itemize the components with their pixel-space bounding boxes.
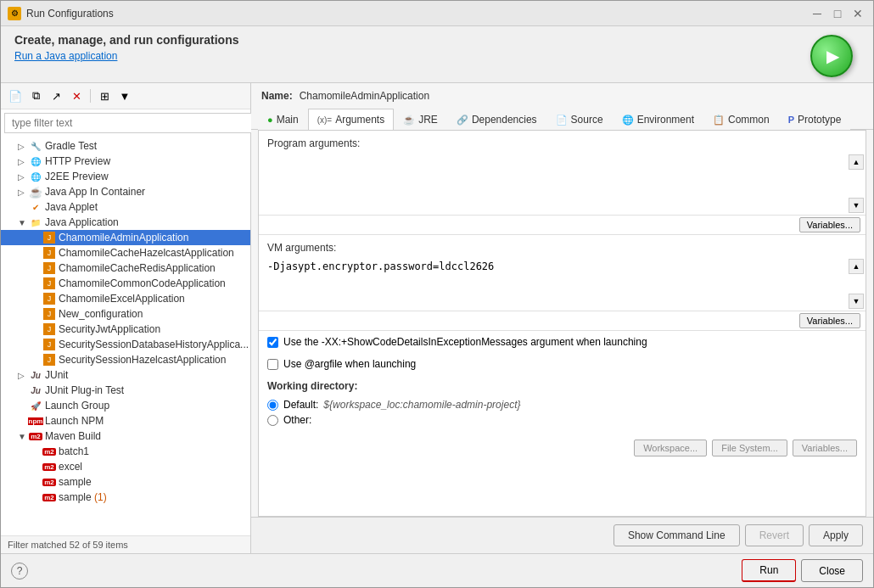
run-button[interactable]: Run xyxy=(742,559,796,582)
vm-args-scroll-down[interactable]: ▼ xyxy=(849,294,864,309)
default-radio-row: Default: ${workspace_loc:chamomile-admin… xyxy=(267,397,857,412)
tree-item-chamomile-common[interactable]: J ChamomileCommonCodeApplication xyxy=(1,276,250,291)
header-link[interactable]: Run a Java application xyxy=(14,50,117,62)
show-command-line-button[interactable]: Show Command Line xyxy=(613,524,740,546)
other-radio-row: Other: xyxy=(267,412,857,428)
variables-button-ws[interactable]: Variables... xyxy=(793,440,857,456)
security-session-db-icon: J xyxy=(43,339,55,350)
prog-args-scroll-down[interactable]: ▼ xyxy=(849,198,864,213)
tree-item-sample[interactable]: m2 sample xyxy=(1,474,250,490)
tab-dependencies[interactable]: 🔗 Dependencies xyxy=(447,109,546,130)
tab-jre[interactable]: ☕ JRE xyxy=(394,109,447,130)
tab-common[interactable]: 📋 Common xyxy=(703,109,779,130)
tree-item-launch-npm[interactable]: npm Launch NPM xyxy=(1,413,250,428)
tree-item-security-session-hz[interactable]: J SecuritySessionHazelcastApplication xyxy=(1,352,250,367)
vm-args-variables-button[interactable]: Variables... xyxy=(799,313,860,328)
tree-item-launch-group[interactable]: 🚀 Launch Group xyxy=(1,398,250,413)
settings-button[interactable]: ▼ xyxy=(115,87,134,105)
left-toolbar: 📄 ⧉ ↗ ✕ ⊞ ▼ xyxy=(1,83,250,109)
tree-item-gradle[interactable]: ▷ 🔧 Gradle Test xyxy=(1,138,250,154)
launch-group-icon: 🚀 xyxy=(30,400,42,412)
tree-item-new-config[interactable]: J New_configuration xyxy=(1,306,250,322)
java-app-group-icon: 📁 xyxy=(30,216,42,228)
name-row: Name: ChamomileAdminApplication xyxy=(251,83,873,109)
tab-environment[interactable]: 🌐 Environment xyxy=(613,109,703,130)
sample1-icon: m2 xyxy=(43,491,55,503)
argfile-checkbox[interactable] xyxy=(267,359,278,370)
tree-item-maven-group[interactable]: ▼ m2 Maven Build xyxy=(1,428,250,444)
main-content: 📄 ⧉ ↗ ✕ ⊞ ▼ ▷ 🔧 Gradle Test ▷ 🌐 xyxy=(1,82,873,553)
filter-button[interactable]: ⊞ xyxy=(95,87,114,105)
minimize-button[interactable]: ─ xyxy=(809,5,826,22)
help-button[interactable]: ? xyxy=(11,563,28,580)
tree-item-http[interactable]: ▷ 🌐 HTTP Preview xyxy=(1,154,250,169)
tree-item-chamomile-excel[interactable]: J ChamomileExcelApplication xyxy=(1,291,250,306)
tab-prototype[interactable]: P Prototype xyxy=(779,109,851,130)
tree-item-j2ee[interactable]: ▷ 🌐 J2EE Preview xyxy=(1,169,250,184)
working-dir-section: Working directory: Default: ${workspace_… xyxy=(259,375,866,433)
tree-item-excel[interactable]: m2 excel xyxy=(1,459,250,474)
duplicate-button[interactable]: ⧉ xyxy=(26,87,45,105)
argfile-row: Use @argfile when launching xyxy=(259,353,866,375)
common-tab-icon: 📋 xyxy=(713,115,725,126)
tab-arguments[interactable]: (x)= Arguments xyxy=(308,109,395,130)
right-panel: Name: ChamomileAdminApplication ● Main (… xyxy=(251,83,873,553)
jre-tab-label: JRE xyxy=(418,114,438,126)
tree-item-chamomile-redis[interactable]: J ChamomileCacheRedisApplication xyxy=(1,260,250,276)
maximize-button[interactable]: □ xyxy=(829,5,846,22)
revert-button[interactable]: Revert xyxy=(745,524,804,546)
tree-item-chamomile-hazel[interactable]: J ChamomileCacheHazelcastApplication xyxy=(1,245,250,260)
tree-item-batch1[interactable]: m2 batch1 xyxy=(1,444,250,459)
tree-item-junit-group[interactable]: ▷ Ju JUnit xyxy=(1,367,250,383)
working-dir-label: Working directory: xyxy=(267,380,857,392)
run-circle-button[interactable] xyxy=(810,35,853,77)
filter-status: Filter matched 52 of 59 items xyxy=(1,535,250,553)
run-configurations-window: ⚙ Run Configurations ─ □ ✕ Create, manag… xyxy=(0,0,874,588)
close-button-footer[interactable]: Close xyxy=(801,559,863,582)
tab-source[interactable]: 📄 Source xyxy=(546,109,613,130)
other-radio[interactable] xyxy=(267,415,278,426)
npm-icon: npm xyxy=(30,415,42,427)
tree-item-java-application-group[interactable]: ▼ 📁 Java Application xyxy=(1,215,250,230)
title-bar: ⚙ Run Configurations ─ □ ✕ xyxy=(1,1,873,26)
export-button[interactable]: ↗ xyxy=(47,87,65,105)
delete-button[interactable]: ✕ xyxy=(67,87,86,105)
default-radio[interactable] xyxy=(267,400,278,411)
tree-item-sample1[interactable]: m2 sample (1) xyxy=(1,490,250,505)
chamomile-hazel-icon: J xyxy=(43,247,55,259)
workspace-buttons: Workspace... File System... Variables... xyxy=(259,433,866,463)
tab-main[interactable]: ● Main xyxy=(258,109,308,130)
tree-item-junit-plugin[interactable]: Ju JUnit Plug-in Test xyxy=(1,383,250,398)
deps-tab-label: Dependencies xyxy=(472,114,537,126)
tree-item-security-jwt[interactable]: J SecurityJwtApplication xyxy=(1,322,250,337)
tree-item-javaapp-container[interactable]: ▷ ☕ Java App In Container xyxy=(1,184,250,199)
program-args-variables-button[interactable]: Variables... xyxy=(799,217,860,232)
args-tab-icon: (x)= xyxy=(317,115,333,125)
filesystem-button[interactable]: File System... xyxy=(712,440,787,456)
vm-args-input[interactable]: -Djasypt.encryptor.password=ldccl2626 xyxy=(259,257,866,308)
filter-input[interactable] xyxy=(4,113,254,133)
default-radio-value: ${workspace_loc:chamomile-admin-project} xyxy=(323,399,520,411)
new-config-icon: J xyxy=(43,308,55,320)
http-icon: 🌐 xyxy=(30,155,42,167)
tree-item-java-applet[interactable]: ✔ Java Applet xyxy=(1,199,250,215)
tree-item-chamomile-admin[interactable]: J ChamomileAdminApplication xyxy=(1,230,250,245)
args-tab-label: Arguments xyxy=(335,114,384,126)
header-title: Create, manage, and run configurations xyxy=(14,33,239,47)
showcode-checkbox[interactable] xyxy=(267,337,278,348)
window-icon: ⚙ xyxy=(8,7,21,20)
name-value: ChamomileAdminApplication xyxy=(300,90,429,102)
apply-button[interactable]: Apply xyxy=(809,524,863,546)
sample-icon: m2 xyxy=(43,476,55,488)
program-args-input[interactable] xyxy=(259,153,866,212)
batch1-icon: m2 xyxy=(43,445,55,457)
new-config-button[interactable]: 📄 xyxy=(6,87,25,105)
jre-tab-icon: ☕ xyxy=(403,115,415,126)
close-button[interactable]: ✕ xyxy=(849,5,866,22)
workspace-button[interactable]: Workspace... xyxy=(634,440,707,456)
vm-args-scroll-up[interactable]: ▲ xyxy=(849,259,864,274)
tree-item-security-session-db[interactable]: J SecuritySessionDatabaseHistoryApplica.… xyxy=(1,337,250,352)
j2ee-icon: 🌐 xyxy=(30,171,42,182)
deps-tab-icon: 🔗 xyxy=(457,115,468,126)
prog-args-scroll-up[interactable]: ▲ xyxy=(849,154,864,170)
